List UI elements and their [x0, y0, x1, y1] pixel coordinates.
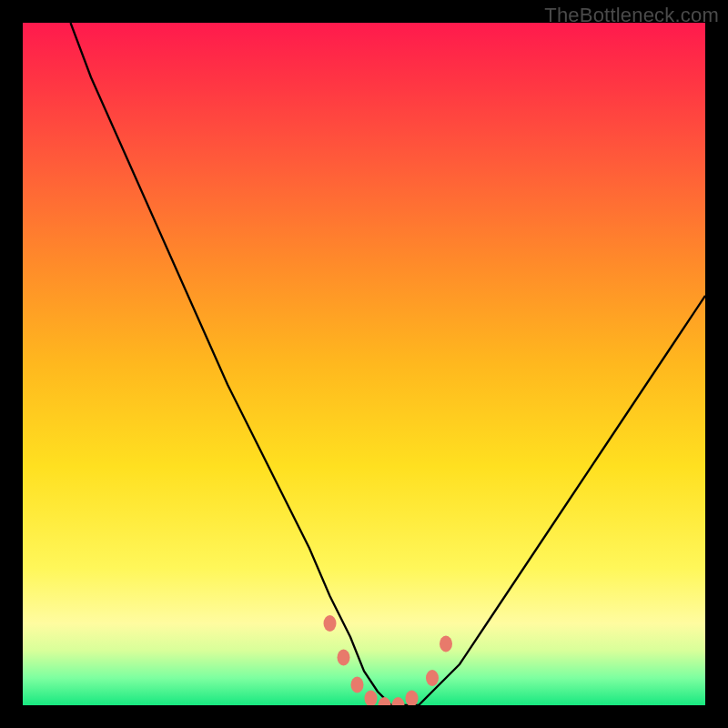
- plot-area: [23, 23, 705, 705]
- marker-point: [392, 697, 405, 705]
- marker-point: [406, 691, 419, 706]
- marker-point: [365, 691, 378, 706]
- marker-point: [351, 677, 364, 693]
- marker-point: [338, 650, 350, 666]
- bottleneck-curve-line: [71, 23, 706, 705]
- marker-point: [426, 670, 439, 686]
- marker-point: [440, 636, 452, 652]
- marker-point: [379, 697, 391, 705]
- chart-frame: TheBottleneck.com: [0, 0, 728, 728]
- marker-point: [324, 615, 337, 632]
- bottleneck-curve-svg: [23, 23, 705, 705]
